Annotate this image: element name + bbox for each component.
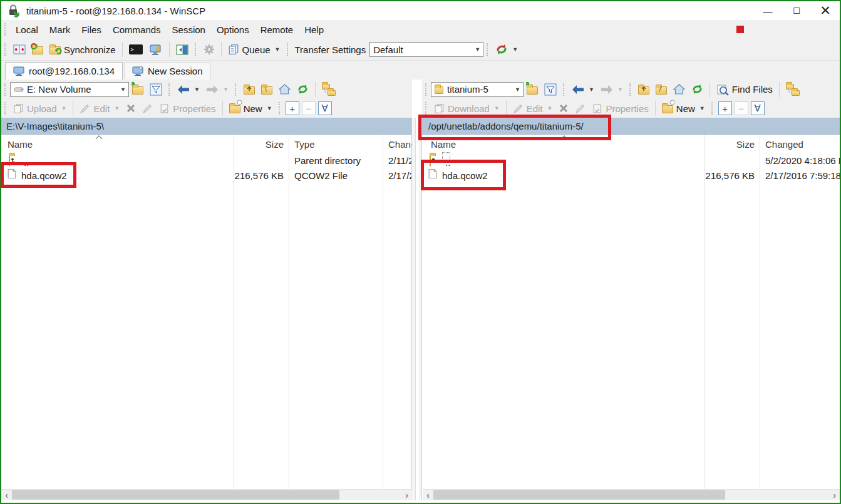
menu-files[interactable]: Files xyxy=(76,22,107,38)
toolbar-grip[interactable] xyxy=(425,102,428,115)
back-button[interactable]: ▼ xyxy=(569,83,597,96)
column-header-changed[interactable]: Changed xyxy=(765,139,803,150)
upload-button[interactable]: Upload ▼ xyxy=(10,101,70,116)
menu-remote[interactable]: Remote xyxy=(255,22,299,38)
parent-directory-button[interactable] xyxy=(240,83,258,96)
queue-button[interactable]: Queue ▼ xyxy=(225,42,284,57)
scrollbar-thumb[interactable] xyxy=(433,490,725,500)
toolbar-grip[interactable] xyxy=(4,83,8,96)
maximize-button[interactable]: ☐ xyxy=(782,1,811,20)
toggle-panels-button[interactable] xyxy=(173,43,192,57)
column-header-type[interactable]: Type xyxy=(294,139,315,150)
filter-button[interactable] xyxy=(541,81,560,98)
toolbar-grip[interactable] xyxy=(711,102,715,115)
local-path-bar[interactable]: E:\V-Images\titanium-5\ xyxy=(1,118,412,135)
remote-horizontal-scrollbar[interactable]: ‹ › xyxy=(423,489,840,500)
chevron-down-icon[interactable]: ▼ xyxy=(512,83,523,96)
parent-directory-button[interactable] xyxy=(635,83,653,96)
menu-mark[interactable]: Mark xyxy=(44,22,76,38)
toolbar-grip[interactable] xyxy=(4,23,8,36)
delete-button[interactable] xyxy=(555,101,572,115)
synchronize-button[interactable]: Synchronize xyxy=(46,43,119,57)
toolbar-grip[interactable] xyxy=(195,43,198,56)
column-divider[interactable] xyxy=(234,135,234,489)
toolbar-grip[interactable] xyxy=(168,83,172,96)
new-session-tab[interactable]: New Session xyxy=(124,62,211,80)
menu-commands[interactable]: Commands xyxy=(107,22,167,38)
local-horizontal-scrollbar[interactable]: ‹ › xyxy=(1,489,412,500)
chevron-down-icon[interactable]: ▼ xyxy=(118,83,128,96)
drive-selector-combobox[interactable]: E: New Volume ▼ xyxy=(10,82,129,97)
open-directory-button[interactable] xyxy=(524,83,541,96)
toolbar-grip[interactable] xyxy=(487,43,490,56)
column-divider[interactable] xyxy=(383,135,383,489)
toolbar-grip[interactable] xyxy=(629,83,632,96)
toolbar-grip[interactable] xyxy=(235,83,238,96)
root-directory-button[interactable]: \ xyxy=(258,83,276,96)
toolbar-grip[interactable] xyxy=(4,43,8,56)
root-directory-button[interactable]: / xyxy=(653,83,670,96)
select-files-button[interactable]: + xyxy=(286,101,299,115)
scroll-right-arrow[interactable]: › xyxy=(401,490,412,500)
delete-button[interactable] xyxy=(123,101,139,115)
home-directory-button[interactable] xyxy=(670,82,688,96)
find-files-button[interactable]: Find Files xyxy=(713,81,776,98)
properties-button[interactable]: Properties xyxy=(589,101,651,116)
unselect-files-button[interactable]: − xyxy=(735,101,748,115)
transfer-options-button[interactable]: ▼ xyxy=(492,41,521,58)
edit-button[interactable]: Edit ▼ xyxy=(76,101,123,116)
menu-options[interactable]: Options xyxy=(211,22,255,38)
forward-button[interactable]: ▼ xyxy=(203,83,232,96)
filter-button[interactable] xyxy=(147,81,165,98)
open-directory-button[interactable] xyxy=(129,83,147,96)
back-button[interactable]: ▼ xyxy=(174,83,203,96)
unselect-files-button[interactable]: − xyxy=(302,101,316,115)
minimize-button[interactable]: — xyxy=(753,1,782,20)
forward-button[interactable]: ▼ xyxy=(597,83,626,96)
toolbar-grip[interactable] xyxy=(287,43,290,56)
toolbar-grip[interactable] xyxy=(425,83,428,96)
directory-tree-button[interactable] xyxy=(319,81,340,98)
open-session-in-putty-button[interactable] xyxy=(146,42,166,58)
scroll-left-arrow[interactable]: ‹ xyxy=(1,490,12,500)
column-header-name[interactable]: Name xyxy=(431,139,456,150)
properties-button[interactable]: Properties xyxy=(156,101,219,116)
toolbar-grip[interactable] xyxy=(4,102,8,115)
menu-session[interactable]: Session xyxy=(167,22,211,38)
transfer-settings-combobox[interactable]: Default ▼ xyxy=(369,42,483,57)
column-header-changed[interactable]: Changed xyxy=(388,139,411,150)
column-divider[interactable] xyxy=(289,135,289,489)
refresh-button[interactable] xyxy=(688,81,706,97)
refresh-button[interactable] xyxy=(294,81,312,97)
edit-button[interactable]: Edit ▼ xyxy=(510,101,556,116)
column-header-name[interactable]: Name xyxy=(8,139,33,150)
column-header-size[interactable]: Size xyxy=(704,139,755,150)
download-button[interactable]: Download ▼ xyxy=(431,101,503,116)
column-divider[interactable] xyxy=(760,135,760,489)
scroll-right-arrow[interactable]: › xyxy=(829,490,840,500)
close-button[interactable]: ✕ xyxy=(811,1,840,20)
preferences-button[interactable] xyxy=(200,42,218,57)
menu-local[interactable]: Local xyxy=(10,22,44,38)
synchronize-browsing-button[interactable] xyxy=(29,43,46,56)
scroll-left-arrow[interactable]: ‹ xyxy=(423,490,433,500)
new-button[interactable]: New ▼ xyxy=(659,101,708,116)
select-files-button[interactable]: + xyxy=(718,101,732,115)
rename-button[interactable] xyxy=(572,101,589,116)
directory-tree-button[interactable] xyxy=(783,81,804,98)
scrollbar-thumb[interactable] xyxy=(12,490,339,500)
chevron-down-icon[interactable]: ▼ xyxy=(472,43,483,56)
toolbar-grip[interactable] xyxy=(279,102,282,115)
home-directory-button[interactable] xyxy=(276,82,294,96)
rename-button[interactable] xyxy=(139,101,156,116)
open-console-button[interactable]: > xyxy=(126,43,146,56)
toolbar-grip[interactable] xyxy=(563,83,566,96)
new-button[interactable]: New ▼ xyxy=(226,101,276,116)
selection-filter-button[interactable]: ∀ xyxy=(318,101,332,115)
column-divider[interactable] xyxy=(704,135,705,489)
menu-help[interactable]: Help xyxy=(299,22,329,38)
session-tab-active[interactable]: root@192.168.0.134 xyxy=(5,62,123,80)
selection-filter-button[interactable]: ∀ xyxy=(751,101,765,115)
remote-directory-combobox[interactable]: titanium-5 ▼ xyxy=(431,82,524,97)
compare-directories-button[interactable] xyxy=(10,42,29,57)
